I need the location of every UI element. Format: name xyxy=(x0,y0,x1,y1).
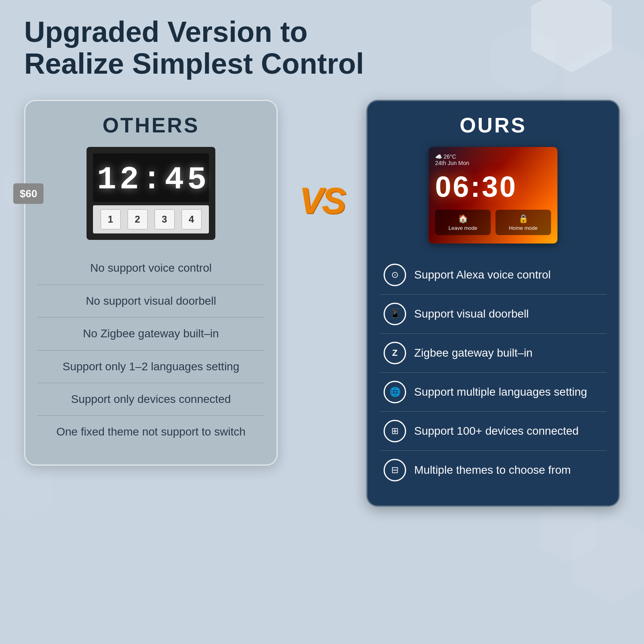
themes-icon: ⊟ xyxy=(384,459,406,481)
vs-container: VS xyxy=(294,100,350,222)
old-device: 12:45 1 2 3 4 xyxy=(87,147,215,240)
vs-badge: VS xyxy=(299,180,345,222)
leave-mode-btn: 🏠 Leave mode xyxy=(435,210,491,235)
others-feature-6: One fixed theme not support to switch xyxy=(37,416,264,448)
ours-feature-text-4: Support multiple languages setting xyxy=(414,385,587,399)
others-feature-4: Support only 1–2 languages setting xyxy=(37,351,264,383)
page-container: Upgraded Version to Realize Simplest Con… xyxy=(0,0,644,523)
ours-feature-6: ⊟ Multiple themes to choose from xyxy=(380,451,607,489)
old-btn-2: 2 xyxy=(128,209,148,229)
others-feature-2: No support visual doorbell xyxy=(37,285,264,318)
price-tag: $60 xyxy=(13,183,43,204)
weather-icon: ☁️ xyxy=(435,153,444,160)
new-clock-time: 06:30 xyxy=(435,170,551,203)
others-feature-3: No Zigbee gateway built–in xyxy=(37,318,264,350)
old-btn-1: 1 xyxy=(101,209,121,229)
others-card: OTHERS $60 12:45 1 2 3 4 No support voi xyxy=(24,100,278,465)
ours-feature-1: ⊙ Support Alexa voice control xyxy=(380,256,607,295)
old-clock-time: 12:45 xyxy=(97,161,205,198)
date-display: 24th Jun Mon xyxy=(435,160,469,166)
alexa-icon: ⊙ xyxy=(384,264,406,286)
temperature: 26°C xyxy=(444,153,456,160)
ours-feature-text-6: Multiple themes to choose from xyxy=(414,463,571,477)
zigbee-icon: Z xyxy=(384,342,406,364)
home-mode-label: Home mode xyxy=(502,225,545,231)
comparison-row: OTHERS $60 12:45 1 2 3 4 No support voi xyxy=(24,100,620,507)
ours-card: OURS ☁️ 26°C 24th Jun Mon 06:30 🏠 Leave … xyxy=(366,100,620,507)
doorbell-icon: 📱 xyxy=(384,303,406,325)
weather-info: ☁️ 26°C 24th Jun Mon xyxy=(435,153,551,166)
new-screen: ☁️ 26°C 24th Jun Mon 06:30 🏠 Leave mode … xyxy=(429,147,557,244)
ours-feature-text-2: Support visual doorbell xyxy=(414,307,529,321)
others-features: No support voice control No support visu… xyxy=(37,252,264,448)
new-device: ☁️ 26°C 24th Jun Mon 06:30 🏠 Leave mode … xyxy=(429,147,557,244)
globe-icon: 🌐 xyxy=(384,381,406,403)
ours-feature-3: Z Zigbee gateway built–in xyxy=(380,334,607,373)
ours-feature-5: ⊞ Support 100+ devices connected xyxy=(380,412,607,451)
others-feature-5: Support only devices connected xyxy=(37,383,264,416)
ours-title: OURS xyxy=(380,113,607,137)
ours-feature-text-5: Support 100+ devices connected xyxy=(414,424,579,438)
leave-mode-icon: 🏠 xyxy=(442,214,484,223)
mode-buttons: 🏠 Leave mode 🔒 Home mode xyxy=(435,210,551,235)
others-feature-1: No support voice control xyxy=(37,252,264,285)
old-clock-buttons: 1 2 3 4 xyxy=(93,205,209,233)
ours-feature-2: 📱 Support visual doorbell xyxy=(380,295,607,334)
home-mode-icon: 🔒 xyxy=(502,214,545,223)
ours-feature-4: 🌐 Support multiple languages setting xyxy=(380,373,607,412)
old-btn-4: 4 xyxy=(182,209,202,229)
others-title: OTHERS xyxy=(37,113,264,137)
old-btn-3: 3 xyxy=(155,209,175,229)
devices-icon: ⊞ xyxy=(384,420,406,442)
ours-feature-text-1: Support Alexa voice control xyxy=(414,268,551,282)
ours-feature-text-3: Zigbee gateway built–in xyxy=(414,346,533,360)
ours-features: ⊙ Support Alexa voice control 📱 Support … xyxy=(380,256,607,489)
leave-mode-label: Leave mode xyxy=(442,225,484,231)
others-device-container: $60 12:45 1 2 3 4 xyxy=(37,147,264,240)
old-clock-screen: 12:45 xyxy=(93,153,209,202)
page-title: Upgraded Version to Realize Simplest Con… xyxy=(24,16,386,80)
home-mode-btn: 🔒 Home mode xyxy=(495,210,551,235)
